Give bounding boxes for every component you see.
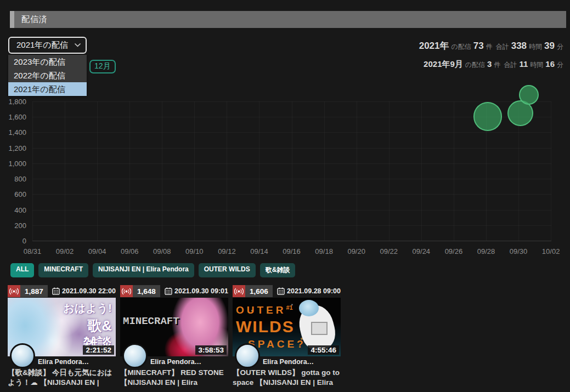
video-title[interactable]: 【MINECRAFT】 RED STONE 【NIJISANJI EN | El… bbox=[120, 368, 228, 388]
gridline-vertical bbox=[129, 101, 130, 241]
channel-avatar[interactable] bbox=[122, 343, 148, 368]
broadcast-icon bbox=[234, 288, 244, 295]
live-badge bbox=[120, 285, 133, 297]
y-axis-tick: 1,800 bbox=[0, 98, 26, 106]
stats-text: 73 bbox=[473, 41, 484, 51]
calendar-icon bbox=[165, 287, 172, 295]
thumbnail-text: 歌& bbox=[87, 316, 112, 336]
thumbnail-text: おはよう! bbox=[63, 301, 112, 316]
year-stats: 2021年の配信73件合計338時間39分 bbox=[419, 39, 565, 52]
stats-text: 分 bbox=[557, 43, 563, 50]
video-title[interactable]: 【OUTER WILDS】 gotta go to space 【NIJISAN… bbox=[233, 368, 340, 388]
stream-date: 2021.09.28 09:00 bbox=[277, 287, 341, 295]
stats-text: 2021年9月 bbox=[424, 59, 463, 69]
broadcast-icon bbox=[122, 288, 131, 295]
year-dropdown: 2023年の配信2022年の配信2021年の配信 bbox=[8, 55, 87, 96]
gridline-vertical bbox=[292, 101, 292, 241]
channel-avatar[interactable] bbox=[235, 343, 260, 368]
duration-badge: 4:55:46 bbox=[308, 345, 339, 355]
year-option[interactable]: 2021年の配信 bbox=[8, 82, 87, 96]
stats-text: の配信 bbox=[452, 43, 471, 50]
month-filter-button[interactable]: 12月 bbox=[89, 60, 116, 73]
y-axis-tick: 0 bbox=[0, 237, 26, 245]
gridline-vertical bbox=[324, 101, 325, 241]
x-axis-tick: 09/26 bbox=[445, 247, 463, 255]
stats-text: 件 bbox=[486, 43, 493, 50]
x-axis-tick: 09/20 bbox=[347, 247, 365, 255]
stream-bubble[interactable] bbox=[473, 102, 502, 130]
stats-text: 338 bbox=[511, 41, 527, 51]
stats-text: 件 bbox=[494, 61, 500, 69]
gridline-vertical bbox=[421, 101, 422, 241]
live-badge bbox=[8, 285, 20, 297]
month-stats: 2021年9月の配信3件合計11時間16分 bbox=[423, 59, 565, 70]
x-axis-tick: 09/08 bbox=[153, 247, 171, 255]
video-card[interactable]: 1,6482021.09.30 09:01MINECRAFT3:58:53Eli… bbox=[120, 285, 228, 390]
calendar-icon bbox=[277, 287, 285, 295]
live-badge bbox=[233, 285, 245, 297]
year-select-value: 2021年の配信 bbox=[16, 40, 68, 50]
filter-tag[interactable]: MINECRAFT bbox=[38, 263, 88, 277]
gridline-vertical bbox=[162, 101, 162, 241]
channel-name[interactable]: Elira Pendora… bbox=[150, 358, 201, 366]
x-axis-tick: 09/04 bbox=[88, 247, 106, 255]
video-card[interactable]: 1,6062021.09.28 09:00OUTER#1WILDSSPACE?4… bbox=[233, 285, 341, 390]
thumbnail-text: WILDS bbox=[236, 317, 295, 336]
x-axis-tick: 09/30 bbox=[510, 247, 528, 255]
header-accent-bar bbox=[10, 11, 14, 28]
astronaut-panel bbox=[311, 322, 328, 335]
x-axis-tick: 10/02 bbox=[542, 247, 560, 255]
section-header: 配信済 bbox=[10, 11, 566, 28]
y-axis-tick: 600 bbox=[0, 190, 26, 198]
card-info-bar: 1,6062021.09.28 09:00 bbox=[233, 285, 341, 297]
x-axis-tick: 09/02 bbox=[56, 247, 74, 255]
stats-text: 分 bbox=[557, 61, 563, 69]
gridline-vertical bbox=[227, 101, 227, 241]
gridline-vertical bbox=[32, 101, 33, 241]
y-axis-tick: 1,000 bbox=[0, 159, 26, 167]
stream-date-text: 2021.09.30 09:01 bbox=[174, 287, 228, 295]
gridline-vertical bbox=[357, 101, 357, 241]
page-title: 配信済 bbox=[21, 14, 48, 25]
filter-tags: ALLMINECRAFTNIJISANJI EN | Elira Pendora… bbox=[10, 263, 295, 277]
gridline-horizontal bbox=[32, 241, 551, 241]
x-axis-tick: 09/16 bbox=[283, 247, 301, 255]
year-option[interactable]: 2023年の配信 bbox=[8, 55, 87, 69]
filter-tag[interactable]: OUTER WILDS bbox=[199, 263, 256, 277]
channel-name[interactable]: Elira Pendora… bbox=[38, 358, 89, 366]
x-axis-tick: 09/06 bbox=[121, 247, 139, 255]
viewer-count: 1,606 bbox=[245, 285, 273, 297]
channel-avatar[interactable] bbox=[10, 343, 35, 368]
filter-tag[interactable]: NIJISANJI EN | Elira Pendora bbox=[93, 263, 194, 277]
x-axis-tick: 09/24 bbox=[413, 247, 431, 255]
stats-text: の配信 bbox=[465, 61, 485, 69]
video-title[interactable]: 【歌&雑談】 今日も元気におはよう！☁ 【NIJISANJI EN | Elir… bbox=[8, 368, 115, 388]
channel-name[interactable]: Elira Pendora… bbox=[263, 358, 314, 366]
video-cards: 1,8872021.09.30 22:00おはよう!歌&雑談2:21:52Eli… bbox=[8, 285, 341, 390]
duration-badge: 3:58:53 bbox=[195, 345, 227, 355]
thumbnail-text: MINECRAFT bbox=[123, 315, 179, 327]
astronaut-head bbox=[299, 300, 319, 316]
stats-text: 合計 bbox=[504, 61, 517, 69]
stream-date: 2021.09.30 09:01 bbox=[165, 287, 228, 295]
filter-tag[interactable]: ALL bbox=[10, 263, 34, 277]
year-select[interactable]: 2021年の配信 bbox=[8, 37, 87, 54]
year-option[interactable]: 2022年の配信 bbox=[8, 69, 87, 82]
viewer-count: 1,648 bbox=[133, 285, 160, 297]
y-axis-tick: 1,200 bbox=[0, 144, 26, 152]
stats-text: 16 bbox=[545, 59, 555, 69]
filter-tag[interactable]: 歌&雑談 bbox=[260, 263, 296, 277]
gridline-vertical bbox=[194, 101, 195, 241]
stream-date-text: 2021.09.28 09:00 bbox=[287, 287, 341, 295]
x-axis-tick: 09/10 bbox=[185, 247, 204, 255]
video-card[interactable]: 1,8872021.09.30 22:00おはよう!歌&雑談2:21:52Eli… bbox=[8, 285, 116, 390]
gridline-vertical bbox=[389, 101, 390, 241]
y-axis-tick: 1,600 bbox=[0, 113, 26, 121]
calendar-icon bbox=[52, 287, 60, 295]
gridline-vertical bbox=[97, 101, 98, 241]
stream-bubble-chart: 02004006008001,0001,2001,4001,6001,80008… bbox=[0, 98, 570, 262]
duration-badge: 2:21:52 bbox=[83, 345, 114, 355]
x-axis-tick: 09/22 bbox=[380, 247, 398, 255]
card-info-bar: 1,6482021.09.30 09:01 bbox=[120, 285, 228, 297]
stream-bubble[interactable] bbox=[519, 85, 539, 105]
